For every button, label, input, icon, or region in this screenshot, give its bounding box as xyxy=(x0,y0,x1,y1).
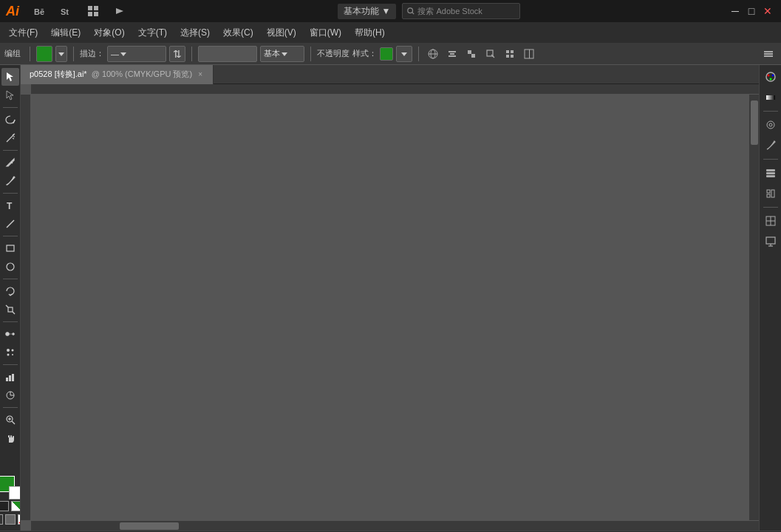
scale-icon[interactable] xyxy=(482,46,499,62)
tool-sep-4 xyxy=(3,236,18,236)
stroke-weight-dropdown[interactable]: — xyxy=(107,46,166,62)
menu-view[interactable]: 视图(V) xyxy=(261,25,302,41)
tool-symbol[interactable] xyxy=(1,344,19,361)
svg-line-37 xyxy=(13,134,15,135)
menu-select[interactable]: 选择(S) xyxy=(174,25,216,41)
tool-direct-select[interactable] xyxy=(1,86,19,104)
menu-icon[interactable] xyxy=(760,46,777,62)
arrange-icon[interactable] xyxy=(502,46,518,62)
right-appearance-icon[interactable] xyxy=(762,116,780,134)
hscroll-thumb[interactable] xyxy=(120,522,179,530)
active-tab[interactable]: p0528 [转换].ai* @ 100% (CMYK/GPU 预览) × xyxy=(21,65,214,84)
stroke-color[interactable] xyxy=(9,486,21,499)
menu-window[interactable]: 窗口(W) xyxy=(304,25,347,41)
grid-icon[interactable] xyxy=(83,3,103,19)
svg-rect-43 xyxy=(7,245,14,251)
tool-hand[interactable] xyxy=(1,429,19,447)
svg-rect-20 xyxy=(471,54,475,58)
tool-brush[interactable] xyxy=(1,172,19,190)
tool-line[interactable] xyxy=(1,215,19,233)
behance-icon[interactable]: Bē xyxy=(30,3,50,19)
menu-effect[interactable]: 效果(C) xyxy=(217,25,259,41)
globe-icon[interactable] xyxy=(425,46,441,62)
main-area: T xyxy=(0,65,781,531)
canvas-wrapper: p0528 [转换].ai* @ 100% (CMYK/GPU 预览) × xyxy=(21,65,759,531)
tab-title: p0528 [转换].ai* xyxy=(30,69,87,80)
tool-zoom[interactable] xyxy=(1,411,19,429)
tool-rotate[interactable] xyxy=(1,282,19,300)
svg-marker-6 xyxy=(116,8,123,14)
close-button[interactable]: ✕ xyxy=(760,4,775,18)
arrow-icon[interactable] xyxy=(109,3,130,19)
workspace-dropdown[interactable]: 基本功能 ▼ xyxy=(338,4,397,19)
svg-point-54 xyxy=(12,354,13,355)
tool-pen[interactable] xyxy=(1,154,19,171)
vscroll-thumb[interactable] xyxy=(751,100,758,145)
panels-icon[interactable] xyxy=(521,46,537,62)
right-export-icon[interactable] xyxy=(762,233,780,250)
right-sep-1 xyxy=(763,111,778,112)
group-label: 编组 xyxy=(4,48,21,59)
stroke-style-input[interactable] xyxy=(198,46,257,62)
svg-rect-78 xyxy=(767,190,770,193)
tool-scale[interactable] xyxy=(1,301,19,318)
svg-rect-80 xyxy=(767,194,770,197)
stroke-weight-value[interactable]: 基本 xyxy=(260,46,304,62)
svg-line-39 xyxy=(13,138,14,139)
tool-rectangle[interactable] xyxy=(1,239,19,257)
maximize-button[interactable]: □ xyxy=(744,4,759,18)
right-color-icon[interactable] xyxy=(762,68,780,86)
menu-object[interactable]: 对象(O) xyxy=(88,25,130,41)
svg-rect-79 xyxy=(771,190,774,197)
tool-pie-chart[interactable] xyxy=(1,386,19,404)
tool-type[interactable]: T xyxy=(1,197,19,214)
minimize-button[interactable]: ─ xyxy=(728,4,743,18)
tool-ellipse[interactable] xyxy=(1,258,19,276)
right-layers-icon[interactable] xyxy=(762,164,780,182)
stock-icon[interactable]: St xyxy=(56,3,77,19)
svg-line-35 xyxy=(7,137,12,142)
fill-color-swatch[interactable] xyxy=(36,46,52,62)
adobe-stock-search[interactable]: 搜索 Adobe Stock xyxy=(402,3,520,19)
style-dropdown-btn[interactable] xyxy=(396,46,412,62)
tool-select[interactable] xyxy=(1,68,19,86)
svg-rect-5 xyxy=(94,12,98,16)
stroke-up-btn[interactable]: ⇅ xyxy=(169,46,185,62)
right-sep-3 xyxy=(763,207,778,208)
menu-edit[interactable]: 编辑(E) xyxy=(45,25,86,41)
tool-blend[interactable] xyxy=(1,325,19,343)
ctrl-group-label: 编组 xyxy=(4,48,21,59)
tool-graph[interactable] xyxy=(1,368,19,386)
vertical-scrollbar[interactable] xyxy=(748,95,759,520)
fill-color-dropdown[interactable] xyxy=(55,46,67,62)
svg-line-46 xyxy=(6,305,8,307)
tab-close-btn[interactable]: × xyxy=(197,69,204,79)
horizontal-scrollbar[interactable] xyxy=(31,520,759,531)
default-colors-btn[interactable] xyxy=(0,501,9,511)
menu-file[interactable]: 文件(F) xyxy=(3,25,44,41)
menu-type[interactable]: 文字(T) xyxy=(132,25,173,41)
ctrl-separator-4 xyxy=(310,47,311,61)
svg-rect-18 xyxy=(449,55,456,57)
swap-colors-btn[interactable] xyxy=(11,501,21,511)
right-transform-icon[interactable] xyxy=(762,212,780,230)
right-align-icon[interactable] xyxy=(762,185,780,202)
align-icon[interactable] xyxy=(444,46,460,62)
svg-text:Bē: Bē xyxy=(34,7,44,16)
tool-sep-1 xyxy=(3,107,18,108)
tool-lasso[interactable] xyxy=(1,111,19,129)
svg-marker-11 xyxy=(282,52,287,56)
svg-rect-84 xyxy=(766,237,775,244)
color-mode-fill[interactable] xyxy=(0,514,3,525)
menu-bar: 文件(F) 编辑(E) 对象(O) 文字(T) 选择(S) 效果(C) 视图(V… xyxy=(0,22,781,43)
svg-line-47 xyxy=(13,312,15,314)
svg-point-48 xyxy=(5,332,9,336)
style-color-swatch[interactable] xyxy=(380,47,393,61)
svg-text:T: T xyxy=(7,201,13,211)
transform-icon[interactable] xyxy=(463,46,480,62)
menu-help[interactable]: 帮助(H) xyxy=(349,25,391,41)
right-brush-icon[interactable] xyxy=(762,137,780,154)
color-mode-stroke[interactable] xyxy=(5,514,16,525)
right-gradient-icon[interactable] xyxy=(762,89,780,106)
tool-magic-wand[interactable] xyxy=(1,129,19,147)
